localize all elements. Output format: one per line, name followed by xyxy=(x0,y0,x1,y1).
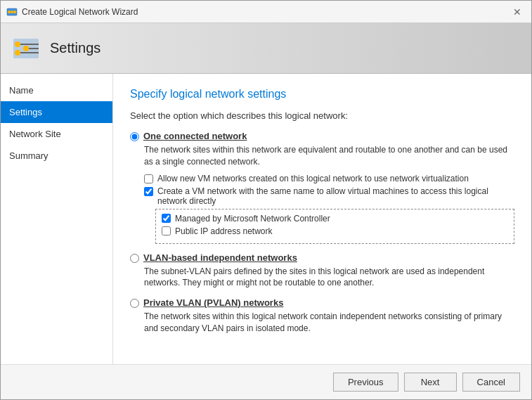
one-connected-desc: The network sites within this network ar… xyxy=(144,144,514,168)
wizard-icon xyxy=(6,6,18,18)
sidebar: Name Settings Network Site Summary xyxy=(1,74,113,364)
sidebar-item-settings[interactable]: Settings xyxy=(1,101,112,123)
vlan-based-desc: The subnet-VLAN pairs defined by the sit… xyxy=(144,266,514,290)
svg-point-1 xyxy=(8,11,11,13)
settings-icon xyxy=(12,34,40,63)
checkbox-create-vm-label[interactable]: Create a VM network with the same name t… xyxy=(157,186,514,206)
checkbox-create-vm-input[interactable] xyxy=(144,187,153,196)
radio-private-vlan-label[interactable]: Private VLAN (PVLAN) networks xyxy=(143,297,283,308)
section-title: Specify logical network settings xyxy=(130,88,514,101)
title-bar: Create Logical Network Wizard ✕ xyxy=(1,1,531,23)
checkbox-managed-nc[interactable] xyxy=(162,214,171,223)
radio-one-connected-label[interactable]: One connected network xyxy=(143,131,247,141)
nested-options-box: Managed by Microsoft Network Controller … xyxy=(155,209,514,244)
checkbox-managed-nc-row: Managed by Microsoft Network Controller xyxy=(162,214,508,224)
checkbox-managed-nc-label[interactable]: Managed by Microsoft Network Controller xyxy=(175,214,330,224)
svg-point-6 xyxy=(15,50,20,56)
radio-vlan-based-label[interactable]: VLAN-based independent networks xyxy=(143,252,297,263)
close-button[interactable]: ✕ xyxy=(509,5,526,19)
radio-one-connected[interactable] xyxy=(130,132,139,141)
option-vlan-based: VLAN-based independent networks The subn… xyxy=(130,252,514,290)
checkbox-allow-vm-input[interactable] xyxy=(144,174,153,183)
option-one-connected: One connected network The network sites … xyxy=(130,131,514,244)
description: Select the option which describes this l… xyxy=(130,110,514,121)
footer: Previous Next Cancel xyxy=(1,364,531,399)
radio-private-vlan[interactable] xyxy=(130,299,139,308)
next-button[interactable]: Next xyxy=(404,373,457,392)
svg-point-3 xyxy=(13,11,16,13)
cancel-button[interactable]: Cancel xyxy=(462,373,520,392)
header-banner: Settings xyxy=(1,23,531,74)
svg-point-7 xyxy=(23,46,29,51)
private-vlan-desc: The network sites within this logical ne… xyxy=(144,311,514,335)
sidebar-item-network-site[interactable]: Network Site xyxy=(1,123,112,145)
header-title: Settings xyxy=(50,40,100,56)
wizard-window: Create Logical Network Wizard ✕ Settings… xyxy=(0,0,532,400)
checkbox-create-vm: Create a VM network with the same name t… xyxy=(144,186,514,206)
svg-point-5 xyxy=(15,41,20,47)
option-private-vlan: Private VLAN (PVLAN) networks The networ… xyxy=(130,297,514,335)
sidebar-item-name[interactable]: Name xyxy=(1,79,112,101)
main-content: Specify logical network settings Select … xyxy=(113,74,531,364)
checkbox-allow-vm: Allow new VM networks created on this lo… xyxy=(144,174,514,183)
title-bar-text: Create Logical Network Wizard xyxy=(22,7,138,17)
checkbox-public-ip-label[interactable]: Public IP address network xyxy=(175,226,273,236)
checkbox-public-ip[interactable] xyxy=(162,226,171,236)
radio-vlan-based[interactable] xyxy=(130,254,139,263)
previous-button[interactable]: Previous xyxy=(333,373,398,392)
content-area: Name Settings Network Site Summary Speci… xyxy=(1,74,531,364)
checkbox-public-ip-row: Public IP address network xyxy=(162,226,508,236)
sidebar-item-summary[interactable]: Summary xyxy=(1,145,112,167)
checkbox-allow-vm-label[interactable]: Allow new VM networks created on this lo… xyxy=(157,174,469,183)
svg-point-2 xyxy=(11,11,13,13)
